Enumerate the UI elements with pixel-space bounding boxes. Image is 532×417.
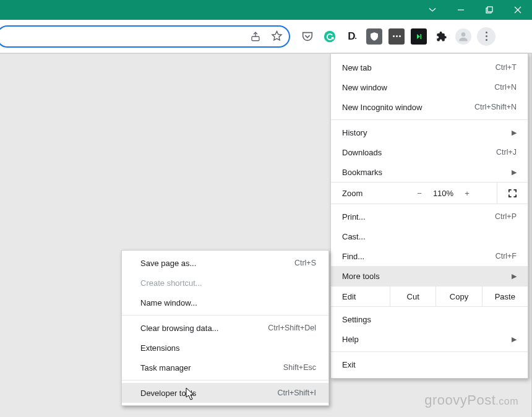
submenu-caret-icon: ▶: [512, 129, 517, 137]
menu-item-shortcut: Ctrl+Shift+I: [277, 389, 316, 397]
tab-dropdown-button[interactable]: [418, 0, 447, 20]
more-tools-submenu: Save page as... Ctrl+S Create shortcut..…: [121, 250, 329, 406]
svg-rect-5: [252, 37, 259, 41]
menu-new-window[interactable]: New window Ctrl+N: [331, 77, 528, 97]
menu-separator: [122, 315, 328, 316]
svg-rect-7: [421, 34, 422, 39]
watermark: groovyPost.com: [424, 392, 518, 408]
duckduckgo-extension-icon[interactable]: D.: [344, 28, 360, 45]
menu-item-label: Help: [342, 335, 359, 344]
menu-zoom-row: Zoom − 110% +: [331, 182, 528, 204]
pocket-extension-icon[interactable]: [299, 28, 315, 45]
browser-toolbar: D.: [0, 20, 532, 53]
menu-item-label: More tools: [342, 272, 380, 281]
ublock-extension-icon[interactable]: [366, 28, 382, 45]
svg-point-6: [324, 30, 335, 41]
submenu-create-shortcut: Create shortcut...: [122, 273, 328, 293]
menu-item-label: History: [342, 128, 367, 137]
menu-downloads[interactable]: Downloads Ctrl+J: [331, 142, 528, 162]
submenu-caret-icon: ▶: [512, 272, 517, 280]
menu-new-tab[interactable]: New tab Ctrl+T: [331, 58, 528, 77]
menu-item-shortcut: Shift+Esc: [283, 363, 316, 372]
menu-exit[interactable]: Exit: [331, 355, 528, 374]
menu-separator: [122, 380, 328, 380]
minimize-button[interactable]: [447, 0, 475, 20]
menu-item-label: Save page as...: [140, 259, 196, 268]
watermark-ext: .com: [496, 396, 518, 406]
address-bar[interactable]: [0, 25, 290, 48]
zoom-out-button[interactable]: −: [417, 189, 422, 198]
submenu-name-window[interactable]: Name window...: [122, 293, 328, 312]
profile-avatar[interactable]: [455, 28, 471, 45]
submenu-developer-tools[interactable]: Developer tools Ctrl+Shift+I: [122, 383, 328, 403]
menu-item-shortcut: Ctrl+Shift+N: [474, 103, 517, 111]
edit-label: Edit: [331, 292, 390, 301]
watermark-text: groovyPost: [424, 392, 496, 408]
menu-separator: [331, 351, 528, 352]
submenu-save-page[interactable]: Save page as... Ctrl+S: [122, 253, 328, 273]
menu-item-label: Create shortcut...: [140, 278, 202, 288]
menu-more-tools[interactable]: More tools ▶: [331, 266, 528, 286]
menu-item-shortcut: Ctrl+T: [496, 63, 517, 72]
menu-find[interactable]: Find... Ctrl+F: [331, 246, 528, 266]
submenu-clear-browsing-data[interactable]: Clear browsing data... Ctrl+Shift+Del: [122, 318, 328, 338]
menu-item-label: Downloads: [342, 148, 382, 157]
menu-item-label: New window: [342, 83, 387, 92]
submenu-task-manager[interactable]: Task manager Shift+Esc: [122, 358, 328, 377]
menu-separator: [331, 119, 528, 120]
menu-bookmarks[interactable]: Bookmarks ▶: [331, 162, 528, 182]
menu-cast[interactable]: Cast...: [331, 226, 528, 246]
close-button[interactable]: [504, 0, 532, 20]
menu-item-label: Cast...: [342, 232, 366, 241]
window-titlebar: [0, 0, 532, 20]
grammarly-extension-icon[interactable]: [322, 28, 338, 45]
menu-print[interactable]: Print... Ctrl+P: [331, 207, 528, 226]
menu-item-label: Developer tools: [140, 389, 196, 398]
menu-item-label: Clear browsing data...: [140, 324, 218, 333]
menu-item-label: New tab: [342, 63, 372, 72]
bookmark-star-icon[interactable]: [270, 30, 283, 43]
zoom-value: 110%: [433, 189, 453, 198]
maximize-button[interactable]: [475, 0, 504, 20]
menu-item-shortcut: Ctrl+F: [496, 252, 517, 260]
menu-item-label: Print...: [342, 212, 366, 221]
menu-new-incognito[interactable]: New Incognito window Ctrl+Shift+N: [331, 97, 528, 117]
menu-history[interactable]: History ▶: [331, 123, 528, 142]
menu-item-label: Task manager: [140, 363, 191, 372]
chrome-menu-button[interactable]: [477, 27, 496, 46]
menu-item-shortcut: Ctrl+J: [496, 148, 517, 157]
fullscreen-button[interactable]: [497, 183, 528, 204]
zoom-label: Zoom: [331, 189, 390, 198]
cut-button[interactable]: Cut: [390, 286, 435, 306]
menu-item-label: Exit: [342, 360, 356, 369]
paste-button[interactable]: Paste: [482, 286, 528, 306]
menu-item-shortcut: Ctrl+P: [495, 212, 517, 221]
svg-rect-2: [487, 7, 492, 12]
menu-item-label: Find...: [342, 252, 364, 261]
menu-item-label: New Incognito window: [342, 103, 422, 112]
submenu-caret-icon: ▶: [512, 168, 517, 176]
menu-item-label: Name window...: [140, 298, 197, 307]
zoom-in-button[interactable]: +: [465, 189, 470, 198]
extension-icon-dots[interactable]: [388, 28, 405, 45]
menu-settings[interactable]: Settings: [331, 309, 528, 329]
menu-edit-row: Edit Cut Copy Paste: [331, 286, 528, 307]
share-icon[interactable]: [249, 30, 262, 43]
extension-icon-play[interactable]: [411, 28, 427, 45]
menu-item-label: Extensions: [140, 343, 180, 353]
menu-item-label: Settings: [342, 315, 371, 324]
chrome-main-menu: New tab Ctrl+T New window Ctrl+N New Inc…: [330, 53, 528, 379]
menu-item-shortcut: Ctrl+N: [494, 83, 517, 92]
extensions-puzzle-icon[interactable]: [433, 28, 449, 45]
menu-item-shortcut: Ctrl+Shift+Del: [268, 324, 316, 332]
submenu-caret-icon: ▶: [512, 335, 517, 343]
menu-help[interactable]: Help ▶: [331, 329, 528, 349]
svg-point-8: [461, 32, 466, 37]
copy-button[interactable]: Copy: [435, 286, 481, 306]
menu-item-label: Bookmarks: [342, 168, 382, 177]
menu-item-shortcut: Ctrl+S: [294, 259, 316, 267]
submenu-extensions[interactable]: Extensions: [122, 338, 328, 358]
